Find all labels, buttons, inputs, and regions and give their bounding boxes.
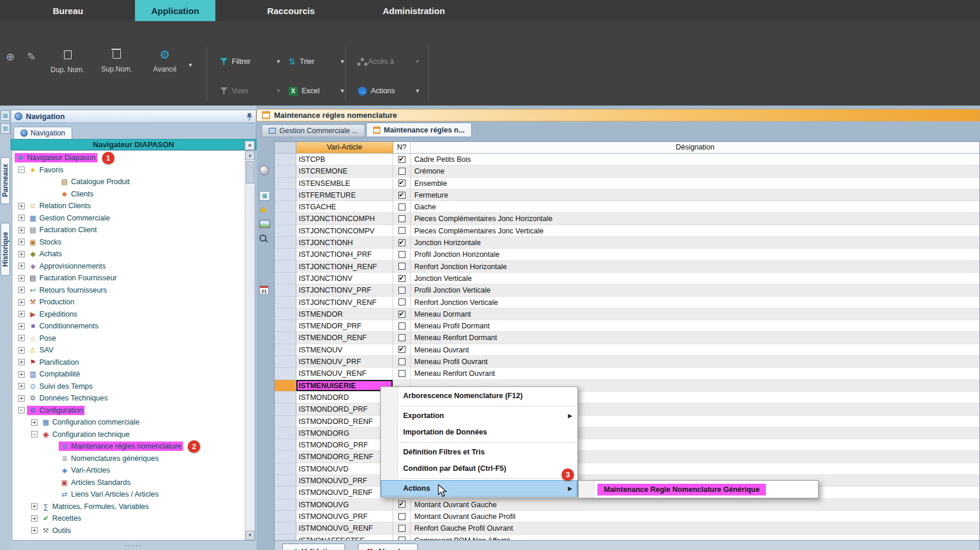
tree-item[interactable]: +▣Stocks <box>12 236 255 249</box>
table-row-ISTFERMETURE[interactable]: ISTFERMETUREFermeture <box>275 189 979 201</box>
cell-designation[interactable]: Cadre Petits Bois <box>411 154 979 165</box>
cell-vari-article[interactable]: ISTMONDORD_PRF <box>296 403 393 415</box>
cell-n[interactable] <box>393 284 411 296</box>
context-menu-item[interactable]: Actions▶ <box>381 480 577 497</box>
expand-icon[interactable]: + <box>18 335 25 341</box>
cell-vari-article[interactable]: ISTMENOUV_PRF <box>296 356 393 368</box>
checkbox-unchecked-icon[interactable] <box>398 525 405 532</box>
new-icon[interactable]: ⊕ <box>6 50 15 63</box>
cell-vari-article[interactable]: ISTMONDORG <box>296 427 393 439</box>
row-selector[interactable] <box>275 475 296 487</box>
cell-vari-article[interactable]: ISTMONDORD_RENF <box>296 416 393 427</box>
tree-item[interactable]: +▦Gestion Commerciale <box>12 212 255 225</box>
row-selector[interactable] <box>275 403 296 415</box>
cell-n[interactable] <box>393 499 411 511</box>
cell-designation[interactable]: Jonction Horizontale <box>411 237 979 249</box>
cell-vari-article[interactable]: ISTMONOUVD <box>296 463 393 475</box>
cell-designation[interactable]: Meneau Profil Dormant <box>411 320 979 332</box>
checkbox-unchecked-icon[interactable] <box>398 168 405 175</box>
column-header-designation[interactable]: Désignation <box>411 142 979 153</box>
tree-scrollbar[interactable]: ▲ ▼ <box>245 151 255 540</box>
checkbox-checked-icon[interactable] <box>398 275 405 282</box>
cell-vari-article[interactable]: ISTMONOUVG_RENF <box>296 522 393 534</box>
image-icon[interactable] <box>259 220 270 228</box>
checkbox-unchecked-icon[interactable] <box>398 334 405 341</box>
cell-designation[interactable]: Fermeture <box>411 189 979 201</box>
panel-view-icon[interactable]: ▦ <box>259 191 270 201</box>
cell-vari-article[interactable]: ISTMONOUVD_PRF <box>296 475 393 487</box>
filter-dropdown-arrow-icon[interactable]: ▼ <box>276 59 281 64</box>
context-menu-item[interactable]: Importation de Données <box>381 424 577 440</box>
table-row-ISTMONOUVG[interactable]: ISTMONOUVGMontant Ouvrant Gauche <box>275 499 979 511</box>
cell-n[interactable] <box>393 308 411 320</box>
scroll-down-icon[interactable]: ▼ <box>245 531 255 540</box>
cell-n[interactable] <box>393 154 411 165</box>
views-button[interactable]: Vues ▼ <box>220 83 281 99</box>
expand-icon[interactable]: + <box>18 299 25 305</box>
cell-vari-article[interactable]: ISTCREMONE <box>296 165 393 177</box>
cell-designation[interactable]: Gache <box>411 201 979 213</box>
calendar-icon[interactable]: 21 <box>259 286 269 294</box>
excel-export-button[interactable]: Excel ▼ <box>289 83 345 99</box>
tree-item[interactable]: +▥Comptabilité <box>12 368 255 381</box>
cell-n[interactable] <box>393 511 411 522</box>
expand-icon[interactable]: + <box>31 527 38 534</box>
row-selector[interactable] <box>275 201 296 213</box>
cell-vari-article[interactable]: ISTJONCTIONH_RENF <box>296 261 393 273</box>
checkbox-checked-icon[interactable] <box>398 311 405 318</box>
table-row-ISTMENOUV_PRF[interactable]: ISTMENOUV_PRFMeneau Profil Ouvrant <box>275 356 979 368</box>
sphere-icon[interactable] <box>259 165 269 175</box>
row-selector[interactable] <box>275 178 296 189</box>
expand-icon[interactable]: + <box>18 239 25 245</box>
cell-vari-article[interactable]: ISTJONCTIONCOMPH <box>296 213 393 225</box>
table-row-ISTJONCTIONH_RENF[interactable]: ISTJONCTIONH_RENFRenfort Jonction Horizo… <box>275 261 979 273</box>
submenu-item-maintenance-regle-generique[interactable]: Maintenance Regle Nomenclature Générique <box>597 484 766 495</box>
cell-vari-article[interactable]: ISTENSEMBLE <box>296 178 393 189</box>
cell-vari-article[interactable]: ISTJONCTIONCOMPV <box>296 225 393 237</box>
expand-icon[interactable]: + <box>31 515 38 522</box>
cell-designation[interactable]: Renfort Gauche Profil Ouvrant <box>411 522 979 534</box>
tree-item[interactable]: +⚠SAV <box>12 344 255 357</box>
column-header-n[interactable]: N? <box>393 142 411 153</box>
dock-panel-icon[interactable]: ▤ <box>1 110 10 121</box>
cell-n[interactable] <box>393 189 411 201</box>
tree-item[interactable]: −⚙Configuration <box>12 405 255 417</box>
row-selector[interactable] <box>275 392 296 403</box>
expand-icon[interactable]: + <box>31 503 38 510</box>
expand-icon[interactable]: + <box>18 383 25 389</box>
table-row-ISTMENOUV_RENF[interactable]: ISTMENOUV_RENFMeneau Renfort Ouvrant <box>275 368 979 379</box>
cell-n[interactable] <box>393 273 411 284</box>
row-selector[interactable] <box>275 344 296 356</box>
row-selector[interactable] <box>275 237 296 249</box>
row-selector[interactable] <box>275 511 296 522</box>
menu-tab-application[interactable]: Application <box>135 0 216 21</box>
pin-icon[interactable] <box>246 113 252 121</box>
favorites-star-icon[interactable]: ★ <box>259 205 267 214</box>
excel-dropdown-arrow-icon[interactable]: ▼ <box>340 88 345 94</box>
cell-vari-article[interactable]: ISTJONCTIONV <box>296 273 393 284</box>
dock-tab-historique[interactable]: Historique <box>1 223 10 276</box>
table-row-ISTGACHE[interactable]: ISTGACHEGache <box>275 201 979 213</box>
tree-item[interactable]: +◈Approvisionnements <box>12 260 255 273</box>
cell-vari-article[interactable]: ISTMONOUVG <box>296 499 393 511</box>
checkbox-unchecked-icon[interactable] <box>398 251 405 258</box>
cell-n[interactable] <box>393 213 411 225</box>
cell-designation[interactable]: Meneau Renfort Dormant <box>411 332 979 344</box>
cell-vari-article[interactable]: ISTMENOUV_RENF <box>296 368 393 379</box>
cell-n[interactable] <box>393 249 411 260</box>
cell-n[interactable] <box>393 225 411 237</box>
cell-n[interactable] <box>393 356 411 368</box>
table-row-ISTJONCTIONV_PRF[interactable]: ISTJONCTIONV_PRFProfil Jonction Vertical… <box>275 284 979 296</box>
cell-n[interactable] <box>393 344 411 356</box>
row-selector[interactable] <box>275 380 296 392</box>
row-selector[interactable] <box>275 284 296 296</box>
table-row-ISTCREMONE[interactable]: ISTCREMONECrémone <box>275 165 979 177</box>
tree-item[interactable]: ≣Nomenclatures génériques <box>12 453 255 465</box>
expand-icon[interactable]: + <box>18 227 25 233</box>
table-row-ISTJONCTIONH[interactable]: ISTJONCTIONHJonction Horizontale <box>275 237 979 249</box>
tree-item[interactable]: +▤Facturation Fournisseur <box>12 272 255 284</box>
checkbox-checked-icon[interactable] <box>398 239 405 246</box>
cell-vari-article[interactable]: ISTMONDORG_RENF <box>296 451 393 463</box>
table-row-ISTJONCTIONH_PRF[interactable]: ISTJONCTIONH_PRFProfil Jonction Horizont… <box>275 249 979 260</box>
tree-item[interactable]: +⚒Production <box>12 296 255 308</box>
